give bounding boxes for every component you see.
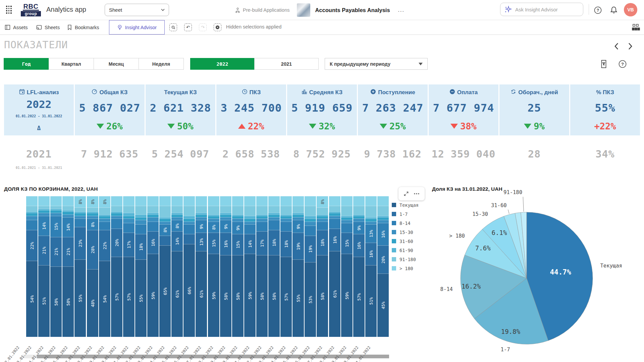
bar-segment-31-60[interactable] — [268, 215, 280, 217]
bar-segment-Текущая[interactable]: 57% — [123, 257, 135, 337]
bar-segment-61-90[interactable] — [220, 213, 231, 214]
bar-segment-> 180[interactable] — [353, 196, 365, 206]
bar-segment-8-14[interactable]: 15% — [50, 216, 62, 237]
bar-segment-1-7[interactable]: 18% — [268, 230, 280, 255]
kpi-card[interactable]: % ПКЗ55%+22% — [570, 84, 640, 135]
bar-segment-91-180[interactable] — [135, 206, 147, 214]
bar-segment-61-90[interactable] — [38, 209, 50, 210]
bar-segment-15-30[interactable] — [329, 216, 340, 219]
bar-segment-Текущая[interactable]: 59% — [147, 254, 159, 337]
bar-segment-8-14[interactable] — [111, 219, 122, 228]
bar-segment-91-180[interactable] — [123, 206, 135, 213]
redo-selection-button[interactable]: ↷ — [199, 23, 207, 31]
bar-segment-91-180[interactable] — [159, 206, 171, 217]
bar-10.01.2022[interactable]: 57%17% — [123, 196, 135, 337]
bar-segment-1-7[interactable]: 17% — [123, 233, 135, 256]
bar-segment-15-30[interactable] — [317, 219, 328, 221]
bar-segment-91-180[interactable] — [147, 206, 159, 213]
app-thumbnail[interactable] — [297, 3, 310, 17]
bar-segment-Текущая[interactable]: 57% — [111, 257, 122, 337]
bar-segment-31-60[interactable] — [50, 210, 62, 213]
bar-segment-1-7[interactable]: 21% — [62, 237, 74, 266]
bar-segment-15-30[interactable] — [292, 217, 304, 220]
bar-segment-Текущая[interactable]: 55% — [292, 259, 304, 337]
bar-segment-15-30[interactable] — [62, 215, 74, 217]
bar-segment-31-60[interactable] — [341, 217, 353, 220]
bar-segment-15-30[interactable] — [147, 217, 159, 222]
bar-segment-31-60[interactable] — [26, 213, 38, 216]
bar-segment-> 180[interactable]: 8% — [74, 196, 86, 207]
search-selections-button[interactable] — [169, 23, 177, 31]
bar-30.01.2022[interactable]: 51%16%13% — [365, 196, 377, 337]
bar-segment-8-14[interactable]: 14% — [38, 216, 50, 236]
bar-segment-15-30[interactable] — [196, 217, 207, 220]
bar-segment-15-30[interactable] — [87, 216, 98, 219]
bar-segment-15-30[interactable] — [353, 219, 365, 221]
bar-segment-8-14[interactable]: 16% — [377, 223, 389, 245]
bar-06.01.2022[interactable]: 55%23%8% — [74, 196, 86, 337]
bar-segment-31-60[interactable] — [159, 219, 171, 221]
insight-advisor-search[interactable] — [500, 3, 583, 16]
bar-segment-Текущая[interactable]: 45% — [377, 274, 389, 337]
bar-segment-1-7[interactable]: 21% — [38, 236, 50, 265]
bar-segment-91-180[interactable] — [377, 206, 389, 216]
bar-segment-91-180[interactable] — [62, 206, 74, 210]
bar-segment-Текущая[interactable]: 55% — [135, 259, 147, 337]
bar-09.01.2022[interactable]: 57%20% — [111, 196, 122, 337]
bar-segment-1-7[interactable]: 21% — [50, 237, 62, 266]
bar-segment-Текущая[interactable]: 65% — [159, 245, 171, 337]
bar-segment-1-7[interactable]: 15% — [341, 233, 353, 254]
bar-segment-15-30[interactable] — [171, 217, 183, 220]
period-button-Неделя[interactable]: Неделя — [139, 58, 184, 70]
bar-segment-91-180[interactable] — [244, 206, 256, 216]
bar-segment-8-14[interactable] — [244, 224, 256, 234]
bar-segment-15-30[interactable] — [244, 222, 256, 224]
legend-item-Текущая[interactable]: Текущая — [392, 200, 419, 209]
bar-segment-> 180[interactable]: 8% — [317, 196, 328, 207]
period-button-Квартал[interactable]: Квартал — [49, 58, 94, 70]
bar-segment-8-14[interactable]: 9% — [220, 220, 231, 233]
bar-segment-1-7[interactable]: 20% — [377, 245, 389, 274]
bar-segment-91-180[interactable] — [26, 206, 38, 212]
prebuild-applications-link[interactable]: Pre-build Applications — [235, 7, 289, 13]
bar-segment-91-180[interactable] — [341, 206, 353, 216]
bar-segment-8-14[interactable] — [256, 222, 268, 231]
bar-segment-61-90[interactable] — [256, 215, 268, 216]
bar-segment-Текущая[interactable]: 58% — [220, 255, 231, 337]
bar-segment-91-180[interactable] — [220, 206, 231, 213]
bar-segment-61-90[interactable] — [353, 215, 365, 216]
bar-segment-8-14[interactable] — [268, 220, 280, 230]
bar-segment-61-90[interactable] — [292, 213, 304, 214]
bar-segment-8-14[interactable]: 13% — [365, 224, 377, 243]
bar-segment-Текущая[interactable]: 58% — [268, 255, 280, 337]
bar-18.01.2022[interactable]: 58%16%9% — [220, 196, 231, 337]
bar-segment-8-14[interactable] — [305, 226, 316, 235]
bar-segment-61-90[interactable] — [268, 213, 280, 214]
bar-segment-61-90[interactable] — [62, 210, 74, 212]
bar-segment-61-90[interactable] — [74, 212, 86, 213]
legend-item-15-30[interactable]: 15-30 — [392, 228, 419, 237]
bar-segment-1-7[interactable]: 13% — [196, 233, 207, 251]
kpi-card[interactable]: Оборач., дней259% — [499, 84, 569, 135]
bar-segment-31-60[interactable] — [111, 213, 122, 216]
bar-segment-Текущая[interactable]: 55% — [74, 259, 86, 337]
bar-segment-> 180[interactable] — [50, 196, 62, 206]
bar-segment-Текущая[interactable]: 58% — [232, 255, 244, 337]
bar-17.01.2022[interactable]: 59%15%8% — [208, 196, 219, 337]
bar-segment-Текущая[interactable]: 50% — [50, 266, 62, 337]
bar-segment-1-7[interactable]: 19% — [292, 233, 304, 259]
bar-segment-Текущая[interactable]: 53% — [305, 262, 316, 337]
bar-segment-> 180[interactable] — [135, 196, 147, 206]
bar-29.01.2022[interactable]: 57%16%9% — [353, 196, 365, 337]
bookmarks-button[interactable]: Bookmarks — [67, 20, 99, 35]
bar-segment-91-180[interactable] — [171, 206, 183, 213]
bar-segment-Текущая[interactable]: 51% — [365, 265, 377, 337]
bar-segment-1-7[interactable] — [183, 234, 195, 244]
bar-segment-1-7[interactable]: 14% — [171, 231, 183, 251]
insight-advisor-button[interactable]: Insight Advisor — [109, 20, 165, 35]
bar-segment-Текущая[interactable]: 57% — [280, 257, 292, 337]
bar-segment-15-30[interactable] — [305, 222, 316, 226]
bar-segment-91-180[interactable] — [256, 206, 268, 214]
compare-period-dropdown[interactable]: К предыдущему периоду — [325, 58, 428, 70]
bar-segment-61-90[interactable] — [341, 216, 353, 217]
